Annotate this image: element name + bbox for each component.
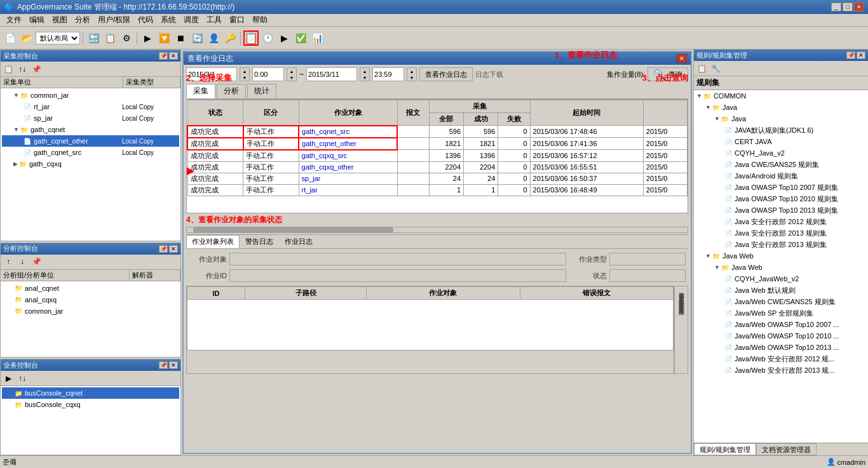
spin-down[interactable]: ▼ bbox=[240, 74, 249, 81]
toolbar-refresh[interactable]: 🔄 bbox=[189, 30, 205, 46]
toolbar-key[interactable]: 🔑 bbox=[222, 30, 238, 46]
collect-toolbar-btn3[interactable]: 📌 bbox=[30, 64, 43, 75]
spin-down[interactable]: ▼ bbox=[360, 74, 369, 81]
right-panel-close[interactable]: ✕ bbox=[857, 51, 865, 59]
spin-up[interactable]: ▲ bbox=[360, 68, 369, 74]
collect-item-gath_cqnet_src[interactable]: 📄 gath_cqnet_src Local Copy bbox=[2, 147, 179, 158]
toolbar-run[interactable]: ▶ bbox=[140, 30, 155, 46]
menu-view[interactable]: 视图 bbox=[48, 13, 71, 27]
table-row[interactable]: 成功完成 手动工作 gath_cqnet_src 596 596 0 2015/… bbox=[187, 126, 688, 138]
rule-item-java-owasp2010[interactable]: 📄 Java OWASP Top10 2010 规则集 bbox=[694, 193, 868, 204]
rule-item-java-owasp2007[interactable]: 📄 Java OWASP Top10 2007 规则集 bbox=[694, 182, 868, 193]
table-row[interactable]: 成功完成 手动工作 sp_jar 24 24 0 2015/03/06 16:5… bbox=[187, 173, 688, 184]
toolbar-clock[interactable]: 🕐 bbox=[260, 30, 275, 46]
tab-collect[interactable]: 采集 bbox=[186, 84, 215, 98]
analysis-item-anal_cqxq[interactable]: 📁 anal_cqxq bbox=[2, 294, 179, 305]
business-item-busConsole_cqxq[interactable]: 📁 busConsole_cqxq bbox=[2, 399, 179, 410]
menu-system[interactable]: 系统 bbox=[157, 13, 180, 27]
right-bottom-tab-rules[interactable]: 规则/规则集管理 bbox=[694, 443, 756, 455]
rule-item-java-owasp2013[interactable]: 📄 Java OWASP Top10 2013 规则集 bbox=[694, 204, 868, 216]
detail-tab-warnings[interactable]: 警告日志 bbox=[240, 235, 279, 248]
analysis-item-anal_cqnet[interactable]: 📁 anal_cqnet bbox=[2, 283, 179, 294]
toolbar-new[interactable]: 📄 bbox=[3, 30, 18, 46]
business-toolbar-btn2[interactable]: ↑↓ bbox=[16, 373, 29, 384]
job-id-input[interactable] bbox=[229, 269, 566, 282]
collect-panel-close[interactable]: ✕ bbox=[169, 52, 178, 60]
rule-item-java-default[interactable]: 📄 JAVA默认规则集(JDK1.6) bbox=[694, 124, 868, 136]
layout-select[interactable]: 默认布局 bbox=[36, 32, 80, 44]
table-row[interactable]: 成功完成 手动工作 gath_cqnet_other 1821 1821 0 2… bbox=[187, 138, 688, 150]
menu-file[interactable]: 文件 bbox=[3, 13, 25, 27]
rule-item-common[interactable]: ▼ 📁 COMMON bbox=[694, 90, 868, 102]
rule-item-javaweb-gov2012[interactable]: 📄 Java/Web 安全行政部 2012 规... bbox=[694, 353, 868, 364]
toolbar-user[interactable]: 👤 bbox=[206, 30, 221, 46]
rule-item-javaweb-sp[interactable]: 📄 Java/Web SP 全部规则集 bbox=[694, 307, 868, 319]
rule-item-javaweb-gov2013[interactable]: 📄 Java/Web 安全行政部 2013 规... bbox=[694, 364, 868, 376]
rule-item-cert-java[interactable]: 📄 CERT JAVA bbox=[694, 136, 868, 147]
collect-item-common_jar[interactable]: ▼ 📁 common_jar bbox=[2, 90, 179, 101]
collect-item-gath_cqxq[interactable]: ▶ 📁 gath_cqxq bbox=[2, 158, 179, 170]
status-input[interactable] bbox=[609, 269, 686, 282]
table-row[interactable]: 成功完成 手动工作 gath_cqxq_other 2204 2204 0 20… bbox=[187, 161, 688, 173]
rule-item-javaweb-owasp2010[interactable]: 📄 Java/Web OWASP Top10 2010 ... bbox=[694, 330, 868, 342]
rule-item-java-cwe[interactable]: 📄 Java CWE/SANS25 规则集 bbox=[694, 159, 868, 170]
business-panel-pin[interactable]: 📌 bbox=[159, 361, 168, 369]
collect-toolbar-btn1[interactable]: 📋 bbox=[2, 64, 15, 75]
toolbar-check[interactable]: ✅ bbox=[293, 30, 308, 46]
toolbar-stop[interactable]: ⏹ bbox=[173, 30, 188, 46]
start-time-spin[interactable]: ▲ ▼ bbox=[287, 67, 297, 81]
rule-item-java-gov2013b[interactable]: 📄 Java 安全行政部 2013 规则集 bbox=[694, 239, 868, 250]
tab-analysis[interactable]: 分析 bbox=[217, 84, 246, 98]
right-panel-pin[interactable]: 📌 bbox=[846, 51, 855, 59]
tab-stats[interactable]: 统计 bbox=[247, 84, 276, 98]
analysis-item-common_jar[interactable]: 📁 common_jar bbox=[2, 305, 179, 317]
rule-item-javaweb-cwe[interactable]: 📄 Java/Web CWE/SANS25 规则集 bbox=[694, 296, 868, 307]
rule-item-javaweb-owasp2007[interactable]: 📄 Java/Web OWASP Top10 2007 ... bbox=[694, 319, 868, 330]
toolbar-btn1[interactable]: 🔙 bbox=[86, 30, 101, 46]
rule-item-cqyh[interactable]: 📄 CQYH_Java_v2 bbox=[694, 147, 868, 159]
rule-item-java-sub[interactable]: ▼ 📁 Java bbox=[694, 113, 868, 124]
table-row[interactable]: 成功完成 手动工作 gath_cqxq_src 1396 1396 0 2015… bbox=[187, 150, 688, 162]
toolbar-open[interactable]: 📂 bbox=[19, 30, 34, 46]
start-date-spin[interactable]: ▲ ▼ bbox=[240, 67, 250, 81]
analysis-panel-close[interactable]: ✕ bbox=[169, 245, 178, 253]
table-row[interactable]: 成功完成 手动工作 rt_jar 1 1 0 2015/03/06 16:48:… bbox=[187, 184, 688, 196]
rule-item-java-android[interactable]: 📄 Java/Android 规则集 bbox=[694, 170, 868, 182]
menu-schedule[interactable]: 调度 bbox=[180, 13, 203, 27]
scrollbar-thumb[interactable] bbox=[193, 227, 393, 232]
spin-up[interactable]: ▲ bbox=[240, 68, 249, 74]
analysis-panel-pin[interactable]: 📌 bbox=[159, 245, 168, 253]
menu-help[interactable]: 帮助 bbox=[248, 13, 271, 27]
toolbar-btn2[interactable]: 📋 bbox=[102, 30, 118, 46]
right-toolbar-btn2[interactable]: 🔧 bbox=[709, 63, 722, 74]
collect-item-gath_cqnet_other[interactable]: 📄 gath_cqnet_other Local Copy bbox=[2, 135, 179, 147]
dialog-close-button[interactable]: ✕ bbox=[677, 54, 687, 63]
spin-up[interactable]: ▲ bbox=[407, 68, 416, 74]
toolbar-chart[interactable]: 📊 bbox=[309, 30, 325, 46]
business-toolbar-btn1[interactable]: ▶ bbox=[2, 373, 15, 384]
analysis-toolbar-btn1[interactable]: ↑ bbox=[2, 256, 15, 267]
analysis-toolbar-btn2[interactable]: ↓ bbox=[16, 256, 29, 267]
collect-item-sp_jar[interactable]: 📄 sp_jar Local Copy bbox=[2, 112, 179, 124]
menu-window[interactable]: 窗口 bbox=[226, 13, 248, 27]
menu-analysis[interactable]: 分析 bbox=[71, 13, 94, 27]
business-panel-close[interactable]: ✕ bbox=[169, 361, 178, 369]
analysis-toolbar-btn3[interactable]: 📌 bbox=[30, 256, 43, 267]
collect-toolbar-btn2[interactable]: ↑↓ bbox=[16, 64, 29, 75]
spin-up[interactable]: ▲ bbox=[287, 68, 296, 74]
maximize-button[interactable]: □ bbox=[843, 3, 853, 11]
close-button[interactable]: ✕ bbox=[854, 3, 864, 11]
query-button[interactable]: 🔍 查询 bbox=[648, 67, 688, 81]
spin-down[interactable]: ▼ bbox=[407, 74, 416, 81]
detail-tab-job-list[interactable]: 作业对象列表 bbox=[186, 235, 240, 248]
horizontal-scrollbar[interactable] bbox=[186, 227, 688, 233]
rule-item-java-gov2013a[interactable]: 📄 Java 安全行政部 2013 规则集 bbox=[694, 227, 868, 239]
rule-item-java-group[interactable]: ▼ 📁 Java bbox=[694, 102, 868, 113]
right-toolbar-btn1[interactable]: 📋 bbox=[695, 63, 708, 74]
collect-panel-pin[interactable]: 📌 bbox=[159, 52, 168, 60]
rule-item-cqyh-javaweb[interactable]: 📄 CQYH_JavaWeb_v2 bbox=[694, 273, 868, 284]
job-type-input[interactable] bbox=[609, 253, 686, 265]
rule-item-javaweb-group[interactable]: ▼ 📁 Java Web bbox=[694, 250, 868, 262]
end-date-input[interactable] bbox=[306, 67, 357, 81]
collect-item-gath_cqnet[interactable]: ▼ 📁 gath_cqnet bbox=[2, 124, 179, 135]
